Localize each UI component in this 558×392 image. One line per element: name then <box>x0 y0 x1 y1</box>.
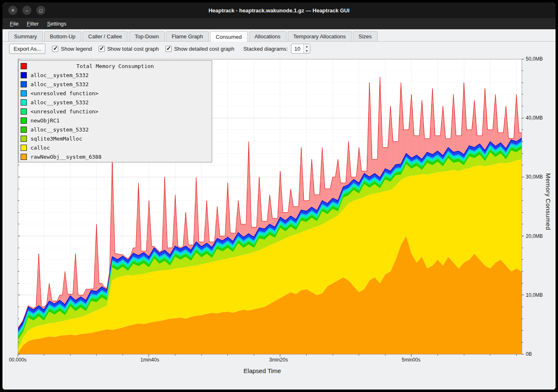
legend-title-row: Total Memory Consumption <box>19 61 212 70</box>
legend-color-swatch <box>21 154 27 160</box>
close-icon: ✕ <box>11 8 14 13</box>
legend-color-swatch <box>21 117 27 124</box>
x-axis-label: 00.000s <box>2 357 36 363</box>
legend-entry: alloc__system_5332 <box>19 80 212 89</box>
checkbox-label: Show legend <box>61 46 92 52</box>
chart-area: Total Memory Consumption alloc__system_5… <box>2 56 556 390</box>
legend-entry: calloc <box>19 143 212 152</box>
y-axis-label: 40,0MB <box>526 115 543 121</box>
show-total-cost-graph-checkbox[interactable]: Show total cost graph <box>99 46 159 52</box>
legend-color-swatch <box>21 90 27 96</box>
legend-entry-label: <unresolved function> <box>31 108 98 115</box>
x-axis-label: 1min40s <box>131 357 168 363</box>
legend-entry: <unresolved function> <box>19 89 212 98</box>
y-axis-label: 50,0MB <box>526 56 543 62</box>
legend-entry-label: alloc__system_5332 <box>31 127 89 133</box>
stacked-diagrams-label: Stacked diagrams: <box>244 46 288 52</box>
legend-entry: alloc__system_5332 <box>19 70 212 80</box>
maximize-button[interactable]: ◻ <box>36 6 45 15</box>
legend-entry-label: <unresolved function> <box>31 90 98 96</box>
tab-consumed[interactable]: Consumed <box>210 31 248 42</box>
chart-legend: Total Memory Consumption alloc__system_5… <box>18 60 212 162</box>
menu-file[interactable]: File <box>6 19 23 28</box>
x-axis-label: 5min00s <box>392 357 430 363</box>
close-button[interactable]: ✕ <box>8 6 17 15</box>
legend-entry: alloc__system_5332 <box>19 125 212 134</box>
x-axis-label: 3min20s <box>260 357 297 363</box>
y-axis-title: Memory Consumed <box>545 173 552 230</box>
menu-settings[interactable]: Settings <box>43 19 71 28</box>
y-axis-label: 0B <box>526 351 532 357</box>
checkbox-icon <box>166 46 172 52</box>
titlebar[interactable]: ✕ – ◻ Heaptrack - heaptrack.wakunode.1.g… <box>2 2 556 18</box>
maximize-icon: ◻ <box>39 8 43 13</box>
spinner-up-button[interactable]: ▲ <box>304 44 310 49</box>
legend-entry-label: alloc__system_5332 <box>31 99 89 106</box>
stacked-diagrams-spinner[interactable]: 10 ▲ ▼ <box>291 44 310 54</box>
window-title: Heaptrack - heaptrack.wakunode.1.gz — He… <box>2 7 556 14</box>
checkbox-icon <box>99 46 105 52</box>
y-axis-label: 10,0MB <box>526 292 543 298</box>
heaptrack-window: ✕ – ◻ Heaptrack - heaptrack.wakunode.1.g… <box>2 2 556 390</box>
window-controls: ✕ – ◻ <box>8 6 45 15</box>
legend-entry-label: newObjRC1 <box>31 117 59 124</box>
legend-color-swatch <box>21 145 27 151</box>
legend-color-swatch <box>21 108 27 115</box>
legend-color-swatch <box>21 81 27 87</box>
legend-entry-label: alloc__system_5332 <box>31 81 89 87</box>
checkbox-label: Show total cost graph <box>107 46 159 52</box>
checkbox-label: Show detailed cost graph <box>174 46 234 52</box>
y-axis-label: 30,0MB <box>526 174 543 180</box>
spinner-value: 10 <box>291 44 303 53</box>
legend-color-swatch <box>21 136 27 142</box>
legend-title: Total Memory Consumption <box>31 63 200 69</box>
legend-color-swatch <box>21 127 27 133</box>
legend-entry-label: calloc <box>31 145 50 151</box>
legend-entry: <unresolved function> <box>19 107 212 116</box>
tab-flame-graph[interactable]: Flame Graph <box>166 31 209 41</box>
tab-bottom-up[interactable]: Bottom-Up <box>44 31 81 41</box>
spinner-down-button[interactable]: ▼ <box>304 49 310 53</box>
legend-color-swatch <box>21 72 27 78</box>
legend-entry: newObjRC1 <box>19 116 212 125</box>
minimize-button[interactable]: – <box>22 6 31 15</box>
tab-caller-callee[interactable]: Caller / Callee <box>83 31 128 41</box>
tab-summary[interactable]: Summary <box>8 31 43 41</box>
legend-entry-label: rawNewObj__system_6388 <box>31 154 102 160</box>
legend-entry: rawNewObj__system_6388 <box>19 152 212 161</box>
tab-top-down[interactable]: Top-Down <box>129 31 165 41</box>
y-axis-label: 20,0MB <box>526 233 543 239</box>
show-detailed-cost-graph-checkbox[interactable]: Show detailed cost graph <box>166 46 234 52</box>
legend-color-swatch <box>21 63 27 69</box>
tab-temporary-allocations[interactable]: Temporary Allocations <box>288 31 352 41</box>
legend-entry-label: alloc__system_5332 <box>31 72 89 78</box>
tab-bar: Summary Bottom-Up Caller / Callee Top-Do… <box>2 29 556 42</box>
minimize-icon: – <box>26 8 28 13</box>
export-as-button[interactable]: Export As... <box>9 44 45 54</box>
chart-toolbar: Export As... Show legend Show total cost… <box>2 42 556 56</box>
legend-entry: sqlite3MemMalloc <box>19 134 212 143</box>
menu-filter[interactable]: Filter <box>23 19 43 28</box>
legend-entry: alloc__system_5332 <box>19 98 212 107</box>
tab-sizes[interactable]: Sizes <box>353 31 378 41</box>
legend-color-swatch <box>21 99 27 106</box>
legend-entry-label: sqlite3MemMalloc <box>31 136 82 142</box>
tab-allocations[interactable]: Allocations <box>249 31 286 41</box>
menubar: File Filter Settings <box>2 18 556 29</box>
show-legend-checkbox[interactable]: Show legend <box>52 46 92 52</box>
spinner-buttons: ▲ ▼ <box>303 44 310 53</box>
x-axis-title: Elapsed Time <box>2 367 522 374</box>
checkbox-icon <box>52 46 58 52</box>
